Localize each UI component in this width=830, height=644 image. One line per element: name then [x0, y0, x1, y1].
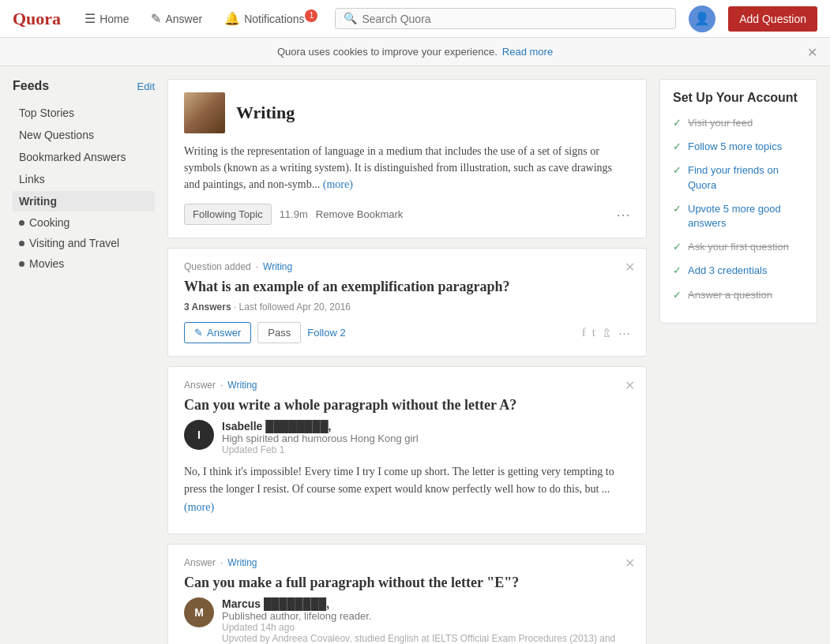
sidebar-item-writing[interactable]: Writing — [13, 191, 155, 212]
topic-dot-cooking — [19, 220, 24, 226]
cookie-close-button[interactable]: ✕ — [807, 44, 817, 59]
cookie-message: Quora uses cookies to improve your exper… — [277, 46, 498, 58]
facebook-icon[interactable]: f — [582, 326, 586, 339]
home-icon: ☰ — [85, 11, 96, 26]
setup-item-4: ✓ Ask your first question — [673, 240, 804, 254]
home-link[interactable]: ☰ Home — [80, 8, 133, 29]
sidebar-topic-label-cooking: Cooking — [29, 216, 69, 229]
sidebar-item-new-questions[interactable]: New Questions — [13, 125, 155, 145]
topic-more-button[interactable]: ⋯ — [616, 206, 630, 223]
answer-2-question-title[interactable]: Can you make a full paragraph without th… — [184, 575, 630, 591]
more-options-icon[interactable]: ⋯ — [618, 326, 630, 340]
sidebar-item-bookmarked-answers[interactable]: Bookmarked Answers — [13, 147, 155, 167]
feeds-edit-link[interactable]: Edit — [137, 80, 155, 92]
search-bar[interactable]: 🔍 — [335, 8, 676, 29]
twitter-icon[interactable]: t — [592, 326, 595, 339]
topic-image — [184, 92, 225, 133]
sidebar-topic-label-movies: Movies — [29, 257, 64, 270]
answer-1-avatar: I — [184, 420, 214, 450]
follower-count: 11.9m — [280, 208, 308, 220]
topic-actions: Following Topic 11.9m Remove Bookmark ⋯ — [184, 204, 630, 225]
right-sidebar: Set Up Your Account ✓ Visit your feed ✓ … — [659, 79, 817, 644]
sidebar-item-top-stories[interactable]: Top Stories — [13, 103, 155, 123]
answer-2-close[interactable]: ✕ — [625, 556, 635, 571]
setup-item-1: ✓ Follow 5 more topics — [673, 140, 804, 154]
add-question-button[interactable]: Add Question — [728, 6, 817, 32]
setup-title: Set Up Your Account — [673, 91, 804, 105]
setup-link-1[interactable]: Follow 5 more topics — [688, 140, 782, 154]
setup-check-4: ✓ — [673, 241, 682, 253]
search-input[interactable] — [362, 13, 667, 25]
bell-icon: 🔔 — [224, 11, 240, 26]
setup-link-3[interactable]: Upvote 5 more good answers — [688, 202, 804, 230]
setup-link-4[interactable]: Ask your first question — [688, 240, 789, 254]
cookie-read-more[interactable]: Read more — [502, 46, 553, 58]
answer-2-author-info: Marcus ████████, Published author, lifel… — [222, 597, 630, 644]
feeds-title: Feeds — [13, 79, 49, 93]
answer-1-more-link[interactable]: (more) — [184, 501, 214, 513]
answer-2-author-date: Updated 14h ago — [222, 622, 630, 633]
notifications-link[interactable]: 🔔 Notifications 1 — [220, 8, 322, 29]
setup-link-0[interactable]: Visit your feed — [688, 116, 753, 130]
topic-description: Writing is the representation of languag… — [184, 143, 630, 193]
question-card-close[interactable]: ✕ — [625, 260, 635, 275]
answer-2-meta-topic[interactable]: Writing — [227, 557, 257, 568]
pencil-icon: ✎ — [194, 327, 203, 339]
answer-1-text: No, I think it's impossible! Every time … — [184, 463, 630, 516]
main-layout: Feeds Edit Top Stories New Questions Boo… — [0, 66, 830, 644]
answer-link[interactable]: ✎ Answer — [146, 8, 207, 29]
answer-2-meta-prefix: Answer — [184, 557, 216, 568]
setup-check-2: ✓ — [673, 164, 682, 177]
question-meta-topic[interactable]: Writing — [263, 261, 292, 272]
navbar: Quora ☰ Home ✎ Answer 🔔 Notifications 1 … — [0, 0, 830, 38]
answer-icon: ✎ — [151, 11, 161, 26]
answer-2-upvote-text: Upvoted by Andreea Covaleov, studied Eng… — [222, 633, 630, 644]
answer-1-meta-topic[interactable]: Writing — [227, 380, 257, 391]
logo[interactable]: Quora — [13, 9, 61, 29]
home-label: Home — [100, 13, 129, 25]
share-icon[interactable]: ⇫ — [602, 326, 612, 340]
sidebar-item-cooking[interactable]: Cooking — [13, 213, 155, 232]
answer-1-close[interactable]: ✕ — [625, 378, 635, 393]
writing-topic-card: Writing Writing is the representation of… — [167, 79, 647, 238]
setup-check-0: ✓ — [673, 117, 682, 129]
answer-1-meta: Answer · Writing — [184, 380, 630, 391]
topic-title: Writing — [236, 103, 295, 123]
answer-label: Answer — [165, 13, 202, 25]
answer-1-question-title[interactable]: Can you write a whole paragraph without … — [184, 397, 630, 414]
follow-button[interactable]: Follow 2 — [307, 327, 345, 339]
setup-link-2[interactable]: Find your friends on Quora — [688, 163, 804, 192]
sidebar: Feeds Edit Top Stories New Questions Boo… — [13, 79, 155, 644]
question-stats: 3 Answers · Last followed Apr 20, 2016 — [184, 301, 630, 313]
question-title[interactable]: What is an example of an exemplification… — [184, 279, 630, 295]
remove-bookmark-button[interactable]: Remove Bookmark — [316, 208, 404, 220]
answer-1-author-title: High spirited and humorous Hong Kong gir… — [222, 432, 419, 444]
answer-2-author-title: Published author, lifelong reader. — [222, 610, 630, 622]
setup-account-card: Set Up Your Account ✓ Visit your feed ✓ … — [659, 79, 817, 324]
cookie-banner: Quora uses cookies to improve your exper… — [0, 38, 830, 66]
sidebar-topic-label-visiting: Visiting and Travel — [29, 237, 119, 249]
question-card: ✕ Question added · Writing What is an ex… — [167, 248, 647, 357]
topic-more-link[interactable]: (more) — [323, 178, 353, 190]
answer-2-author: M Marcus ████████, Published author, lif… — [184, 597, 630, 644]
answer-2-author-name[interactable]: Marcus ████████, — [222, 597, 630, 610]
answer-1-meta-prefix: Answer — [184, 380, 216, 391]
question-actions: ✎ Answer Pass Follow 2 f t ⇫ ⋯ — [184, 322, 630, 343]
following-topic-button[interactable]: Following Topic — [184, 204, 272, 225]
question-meta-prefix: Question added — [184, 261, 251, 272]
answer-button[interactable]: ✎ Answer — [184, 322, 251, 343]
social-icons: f t ⇫ ⋯ — [582, 326, 630, 340]
answer-1-author-info: Isabelle ████████, High spirited and hum… — [222, 420, 419, 455]
sidebar-item-links[interactable]: Links — [13, 169, 155, 189]
setup-link-5[interactable]: Add 3 credentials — [688, 264, 767, 278]
setup-item-3: ✓ Upvote 5 more good answers — [673, 202, 804, 230]
pass-button[interactable]: Pass — [257, 322, 301, 343]
topic-dot-visiting — [19, 241, 24, 246]
answer-1-author-name[interactable]: Isabelle ████████, — [222, 420, 419, 432]
setup-item-5: ✓ Add 3 credentials — [673, 264, 804, 278]
sidebar-item-movies[interactable]: Movies — [13, 254, 155, 273]
setup-link-6[interactable]: Answer a question — [688, 288, 772, 302]
sidebar-item-visiting-and-travel[interactable]: Visiting and Travel — [13, 234, 155, 253]
answer-2-meta: Answer · Writing — [184, 557, 630, 568]
avatar[interactable]: 👤 — [689, 6, 715, 32]
